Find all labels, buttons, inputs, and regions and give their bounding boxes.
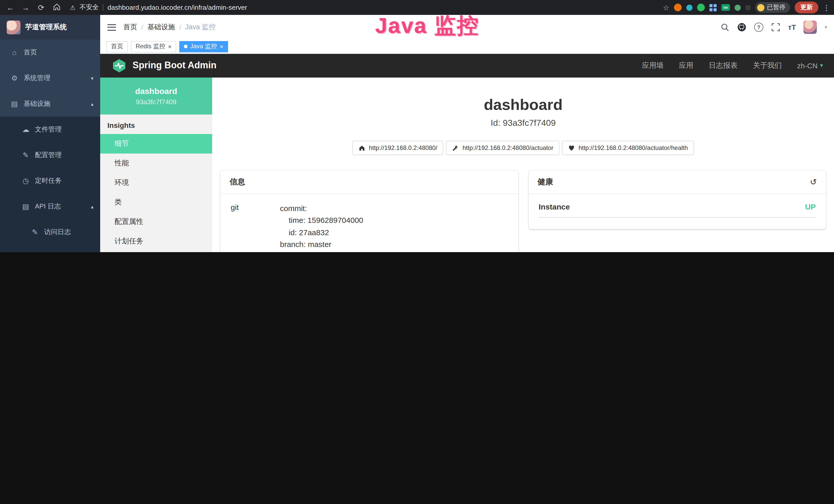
- history-icon[interactable]: ↺: [810, 177, 817, 187]
- health-icon: [568, 144, 575, 151]
- sidebar-item-label: 定时任务: [35, 176, 62, 185]
- bookmark-star-icon[interactable]: ☆: [663, 3, 670, 12]
- sba-logo-icon: [111, 58, 127, 73]
- sidebar-item-access-logs[interactable]: ✎ 访问日志: [0, 219, 100, 245]
- page-title: dashboard: [212, 96, 834, 113]
- link-url: http://192.168.0.2:48080/actuator/health: [578, 144, 688, 152]
- caret-down-icon[interactable]: ▾: [825, 25, 827, 30]
- extension-leaf-icon[interactable]: [734, 4, 741, 10]
- cards-left-column: 信息 git commit: time: 1596289704000 id: 2…: [220, 170, 518, 252]
- sba-item-performance[interactable]: 性能: [100, 154, 212, 173]
- link-health-url[interactable]: http://192.168.0.2:48080/actuator/health: [562, 141, 694, 155]
- link-actuator-url[interactable]: http://192.168.0.2:48080/actuator: [446, 141, 560, 155]
- user-avatar[interactable]: [804, 21, 817, 34]
- tab-java-monitor[interactable]: Java 监控 ×: [179, 41, 228, 52]
- reload-icon[interactable]: ⟳: [36, 3, 46, 12]
- health-instance-row[interactable]: Instance UP: [539, 202, 816, 218]
- tab-label: Redis 监控: [136, 42, 166, 51]
- app-logo: [7, 20, 21, 34]
- sba-body: dashboard 93a3fc7f7409 Insights 细节 性能 环境…: [100, 77, 834, 252]
- browser-menu-icon[interactable]: ⋮: [823, 3, 829, 12]
- sba-locale-select[interactable]: zh-CN ▾: [797, 61, 823, 70]
- sidebar-item-infrastructure[interactable]: ▤ 基础设施 ▴: [0, 91, 100, 117]
- health-row-label: Instance: [539, 202, 570, 211]
- close-icon[interactable]: ×: [168, 43, 172, 49]
- update-button[interactable]: 更新: [795, 2, 818, 13]
- sba-nav-applications[interactable]: 应用: [679, 61, 694, 70]
- instance-links: http://192.168.0.2:48080/ http://192.168…: [212, 141, 834, 155]
- sba-nav: 应用墙 应用 日志报表 关于我们 zh-CN ▾: [642, 61, 823, 70]
- sidebar-item-error-logs[interactable]: ✎ 错误日志: [0, 245, 100, 252]
- app-sidebar: 芋道管理系统 ⌂ 首页 ⚙ 系统管理 ▾ ▤ 基础设施 ▴ ☁ 文件管理: [0, 15, 100, 252]
- forward-icon[interactable]: →: [21, 3, 31, 12]
- sidebar-item-label: 系统管理: [24, 73, 50, 83]
- extension-icon[interactable]: [697, 4, 705, 11]
- fullscreen-icon[interactable]: [771, 23, 780, 32]
- security-label[interactable]: 不安全: [80, 3, 99, 12]
- sidebar-item-system[interactable]: ⚙ 系统管理 ▾: [0, 65, 100, 91]
- sba-item-details[interactable]: 细节: [100, 134, 212, 154]
- breadcrumb-separator: /: [141, 23, 143, 31]
- app-logo-row[interactable]: 芋道管理系统: [0, 15, 100, 40]
- browser-actions: ☆ on 已暂停 更新 ⋮: [663, 2, 829, 13]
- instance-name: dashboard: [135, 87, 177, 96]
- url-text[interactable]: dashboard.yudao.iocoder.cn/infra/admin-s…: [108, 4, 247, 11]
- git-commit-line: commit:: [280, 202, 363, 214]
- sba-item-config-props[interactable]: 配置属性: [100, 212, 212, 232]
- home-icon[interactable]: [51, 3, 62, 12]
- extension-grid-icon[interactable]: [709, 4, 717, 11]
- status-badge: UP: [805, 202, 816, 211]
- sidebar-item-home[interactable]: ⌂ 首页: [0, 40, 100, 65]
- sba-insights-group: Insights 细节 性能 环境 类 配置属性 计划任务: [100, 115, 212, 252]
- link-root-url[interactable]: http://192.168.0.2:48080/: [352, 141, 444, 155]
- divider: [103, 4, 104, 11]
- tab-redis-monitor[interactable]: Redis 监控 ×: [131, 41, 176, 52]
- info-git-row: git commit: time: 1596289704000 id: 27aa…: [231, 202, 508, 252]
- sidebar-item-api-logs[interactable]: ▤ API 日志 ▴: [0, 193, 100, 219]
- git-time-line: time: 1596289704000: [280, 214, 363, 226]
- sba-item-environment[interactable]: 环境: [100, 173, 212, 192]
- tag-tab-bar: 首页 Redis 监控 × Java 监控 ×: [100, 40, 834, 54]
- sba-item-scheduled-tasks[interactable]: 计划任务: [100, 232, 212, 251]
- breadcrumb-current: Java 监控: [185, 23, 216, 32]
- sidebar-item-scheduled-tasks[interactable]: ◷ 定时任务: [0, 168, 100, 193]
- profile-chip[interactable]: 已暂停: [755, 2, 790, 13]
- back-icon[interactable]: ←: [5, 3, 16, 12]
- sba-item-classes[interactable]: 类: [100, 192, 212, 212]
- tab-label: Java 监控: [190, 42, 217, 51]
- extension-icon[interactable]: [686, 4, 693, 10]
- sidebar-item-file-mgmt[interactable]: ☁ 文件管理: [0, 117, 100, 142]
- tab-home[interactable]: 首页: [106, 41, 128, 52]
- address-bar[interactable]: ⚠ 不安全 dashboard.yudao.iocoder.cn/infra/a…: [70, 3, 658, 12]
- sba-instance-block[interactable]: dashboard 93a3fc7f7409: [100, 77, 212, 115]
- info-value: commit: time: 1596289704000 id: 27aa832 …: [280, 202, 363, 250]
- help-icon[interactable]: ?: [754, 23, 763, 32]
- card-title: 健康: [537, 177, 553, 187]
- github-icon[interactable]: [737, 23, 746, 32]
- app-title: 芋道管理系统: [25, 23, 67, 32]
- sba-main: dashboard Id: 93a3fc7f7409 http://192.16…: [212, 77, 834, 252]
- sba-nav-journal[interactable]: 日志报表: [709, 61, 738, 70]
- sidebar-item-config-mgmt[interactable]: ✎ 配置管理: [0, 142, 100, 168]
- close-icon[interactable]: ×: [220, 43, 223, 49]
- git-id-line: id: 27aa832: [280, 226, 363, 238]
- search-icon[interactable]: [720, 23, 729, 32]
- sidebar-item-label: 访问日志: [44, 228, 71, 237]
- browser-toolbar: ← → ⟳ ⚠ 不安全 dashboard.yudao.iocoder.cn/i…: [0, 0, 834, 15]
- sba-nav-about[interactable]: 关于我们: [753, 61, 782, 70]
- font-size-icon[interactable]: тT: [788, 23, 796, 31]
- sba-brand-title[interactable]: Spring Boot Admin: [133, 60, 217, 71]
- page-subtitle: Id: 93a3fc7f7409: [212, 118, 834, 129]
- breadcrumb-infrastructure[interactable]: 基础设施: [148, 23, 175, 32]
- extension-icon[interactable]: [674, 4, 682, 11]
- hamburger-icon[interactable]: [107, 24, 116, 30]
- info-card: 信息 git commit: time: 1596289704000 id: 2…: [220, 170, 518, 252]
- chevron-up-icon: ▴: [91, 204, 93, 209]
- extension-paw-icon[interactable]: [745, 5, 750, 10]
- info-key: git: [231, 202, 280, 250]
- sidebar-item-label: 基础设施: [24, 99, 50, 108]
- extension-on-toggle-icon[interactable]: on: [721, 4, 730, 11]
- breadcrumb-home[interactable]: 首页: [123, 23, 137, 32]
- spring-boot-admin: Spring Boot Admin 应用墙 应用 日志报表 关于我们 zh-CN…: [100, 53, 834, 252]
- sba-nav-wallboard[interactable]: 应用墙: [642, 61, 664, 70]
